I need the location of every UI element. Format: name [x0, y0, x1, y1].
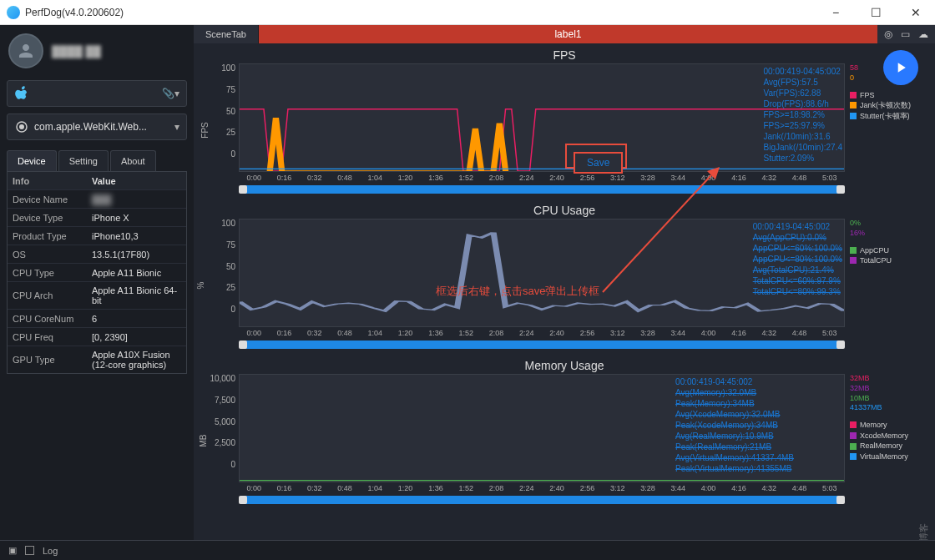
tab-device[interactable]: Device: [7, 150, 57, 171]
chart-legend: 580 FPSJank(卡顿次数)Stutter(卡顿率): [845, 63, 925, 197]
sidebar: ████ ██ 📎 ▾ com.apple.WebKit.Web... ▾ De…: [0, 25, 194, 540]
chevron-down-icon: ▾: [174, 88, 179, 99]
info-key: CPU Type: [8, 265, 87, 281]
info-key: OS: [8, 246, 87, 263]
folder-icon[interactable]: ▭: [901, 28, 910, 40]
info-value: Apple A10X Fusion (12-core graphics): [87, 346, 186, 373]
device-selector[interactable]: 📎 ▾: [7, 80, 187, 107]
time-slider[interactable]: [240, 185, 843, 194]
tab-setting[interactable]: Setting: [58, 150, 109, 171]
table-row: Device TypeiPhone X: [8, 209, 186, 227]
info-value: 6: [87, 310, 186, 327]
y-axis: 10,0007,5005,0002,5000: [204, 374, 239, 482]
label-bar[interactable]: label1: [259, 25, 877, 43]
info-value: Apple A11 Bionic 64-bit: [87, 282, 186, 309]
chart-fps: FPS FPS 1007550250 00:00:419-04:45:002Av…: [204, 48, 925, 197]
info-key: CPU Arch: [8, 287, 87, 304]
chart-plot[interactable]: 00:00:419-04:45:002Avg(AppCPU):0.0%AppCP…: [239, 219, 845, 327]
chart-cpu-usage: CPU Usage % 1007550250 00:00:419-04:45:0…: [204, 204, 925, 352]
chart-title: Memory Usage: [204, 359, 925, 372]
device-info-table: Info Value Device Name███Device TypeiPho…: [7, 172, 187, 374]
x-axis: 0:000:160:320:481:041:201:361:522:082:24…: [239, 174, 845, 182]
info-key: Device Name: [8, 191, 87, 208]
table-row: OS13.5.1(17F80): [8, 245, 186, 264]
table-row: CPU ArchApple A11 Bionic 64-bit: [8, 282, 186, 310]
chevron-down-icon: ▾: [174, 121, 179, 133]
bottom-bar: ▣ Log: [0, 540, 935, 560]
info-key: CPU CoreNum: [8, 310, 87, 327]
maximize-button[interactable]: ☐: [863, 6, 888, 19]
minimize-button[interactable]: −: [823, 6, 848, 19]
target-icon: [14, 119, 29, 134]
table-row: Product TypeiPhone10,3: [8, 227, 186, 245]
process-name: com.apple.WebKit.Web...: [34, 121, 174, 133]
chart-plot[interactable]: 00:00:419-04:45:002Avg(Memory):32.0MBPea…: [239, 374, 845, 482]
info-value: ███: [87, 191, 186, 208]
info-key: Product Type: [8, 228, 87, 245]
log-checkbox[interactable]: [25, 546, 34, 555]
y-axis: 1007550250: [204, 219, 239, 327]
location-icon[interactable]: ◎: [884, 28, 892, 40]
app-logo-icon: [7, 6, 20, 19]
cloud-icon[interactable]: ☁: [918, 28, 928, 40]
apple-icon: [14, 86, 29, 101]
save-context-button[interactable]: Save: [574, 152, 623, 174]
info-value: Apple A11 Bionic: [87, 265, 186, 281]
play-button[interactable]: [883, 50, 918, 85]
info-key: GPU Type: [8, 351, 87, 368]
sidebar-tabs: Device Setting About: [7, 150, 187, 172]
watermark: 51CTO博客: [917, 523, 930, 540]
process-selector[interactable]: com.apple.WebKit.Web... ▾: [7, 114, 187, 140]
header-value: Value: [87, 173, 186, 189]
time-slider[interactable]: [240, 341, 843, 349]
svg-point-1: [20, 125, 24, 129]
table-row: GPU TypeApple A10X Fusion (12-core graph…: [8, 346, 186, 373]
table-row: CPU TypeApple A11 Bionic: [8, 264, 186, 282]
chart-title: FPS: [204, 48, 925, 62]
info-value: iPhone10,3: [87, 228, 186, 245]
chart-plot[interactable]: 00:00:419-04:45:002Avg(FPS):57.5Var(FPS)…: [239, 63, 845, 172]
x-axis: 0:000:160:320:481:041:201:361:522:082:24…: [239, 484, 845, 492]
header-info: Info: [8, 173, 87, 189]
info-value: 13.5.1(17F80): [87, 246, 186, 263]
close-button[interactable]: ✕: [903, 6, 928, 19]
main-panel: SceneTab label1 ◎ ▭ ☁ FPS FPS 1007550250…: [194, 25, 935, 540]
log-label: Log: [43, 546, 58, 556]
tab-about[interactable]: About: [110, 150, 156, 171]
window-titlebar: PerfDog(v4.0.200602) − ☐ ✕: [0, 0, 935, 25]
annotation-text: 框选后右键，点击save弹出上传框: [436, 284, 599, 299]
table-row: CPU CoreNum6: [8, 310, 186, 328]
username: ████ ██: [52, 45, 101, 58]
scene-tab[interactable]: SceneTab: [194, 25, 259, 43]
chart-memory-usage: Memory Usage MB 10,0007,5005,0002,5000 0…: [204, 359, 925, 507]
y-axis-label: FPS: [200, 122, 210, 138]
y-axis: 1007550250: [204, 63, 239, 172]
table-row: CPU Freq[0, 2390]: [8, 328, 186, 346]
attachment-icon: 📎: [162, 88, 174, 99]
table-row: Device Name███: [8, 190, 186, 209]
avatar-icon[interactable]: [8, 33, 43, 68]
chart-legend: 32MB32MB10MB41337MB MemoryXcodeMemoryRea…: [845, 374, 925, 507]
x-axis: 0:000:160:320:481:041:201:361:522:082:24…: [239, 329, 845, 337]
info-key: CPU Freq: [8, 329, 87, 346]
collapse-icon[interactable]: ▣: [8, 545, 17, 556]
info-value: iPhone X: [87, 209, 186, 226]
info-key: Device Type: [8, 209, 87, 226]
info-value: [0, 2390]: [87, 329, 186, 346]
window-title: PerfDog(v4.0.200602): [25, 7, 823, 18]
y-axis-label: MB: [199, 435, 208, 447]
time-slider[interactable]: [240, 496, 843, 504]
y-axis-label: %: [196, 282, 205, 290]
chart-title: CPU Usage: [204, 204, 925, 217]
chart-legend: 0%16% AppCPUTotalCPU: [845, 219, 925, 352]
